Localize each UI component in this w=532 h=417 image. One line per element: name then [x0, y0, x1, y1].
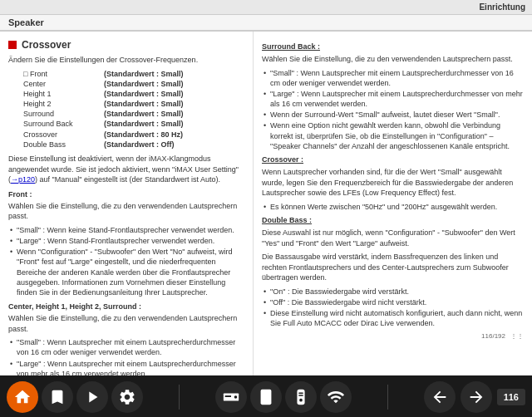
- table-row: Surround (Standardwert : Small): [8, 109, 244, 119]
- list-item: "Small" : Wenn Lautsprecher mit einem La…: [8, 337, 244, 357]
- setting-crossover-value: (Standardwert : 80 Hz): [104, 130, 183, 140]
- home-icon: [13, 388, 32, 406]
- right-column: Surround Back : Wählen Sie die Einstellu…: [254, 32, 532, 375]
- play-button[interactable]: [76, 381, 108, 413]
- bottom-nav-bar: 116: [0, 375, 532, 417]
- left-nav-icons: [7, 381, 143, 413]
- remote-icon: [292, 388, 310, 406]
- svg-point-7: [299, 399, 303, 402]
- crossover-right-desc: Wenn Lautsprecher vorhanden sind, für di…: [262, 167, 524, 199]
- setting-height2-label: Height 2: [8, 99, 104, 109]
- setting-doublebass-label: Double Bass: [8, 140, 104, 150]
- crossover-right-title: Crossover :: [262, 155, 524, 164]
- setting-front-value: (Standardwert : Small): [104, 69, 184, 79]
- receiver-icon: [222, 388, 240, 406]
- top-bar: Einrichtung: [0, 0, 532, 15]
- list-item: "Large" : Wenn Lautsprecher mit einem La…: [8, 359, 244, 375]
- list-item: Wenn eine Option nicht gewählt werden ka…: [262, 120, 524, 150]
- table-row: Height 1 (Standardwert : Small): [8, 89, 244, 99]
- list-item: "Large" : Wenn Stand-Frontlautsprecher v…: [8, 236, 244, 246]
- menu-icon: ⋮⋮: [510, 332, 524, 341]
- table-row: Surround Back (Standardwert : Small): [8, 119, 244, 129]
- svg-rect-6: [297, 390, 304, 405]
- imax-note: Diese Einstellung ist deaktiviert, wenn …: [8, 154, 244, 185]
- back-icon: [431, 388, 449, 406]
- setting-front-label: □ Front: [8, 69, 104, 79]
- table-row: Height 2 (Standardwert : Small): [8, 99, 244, 109]
- center-subheading: Center, Height 1, Height 2, Surround :: [8, 302, 244, 312]
- content-area: Crossover Ändern Sie die Einstellungen d…: [0, 32, 532, 375]
- red-square-icon: [8, 41, 17, 49]
- setting-doublebass-value: (Standardwert : Off): [104, 140, 175, 150]
- remote-button[interactable]: [285, 381, 317, 413]
- nav-divider: [179, 385, 180, 410]
- double-bass-title: Double Bass :: [262, 215, 524, 225]
- table-row: Center (Standardwert : Small): [8, 79, 244, 89]
- svg-point-1: [234, 395, 237, 399]
- double-bass-desc2: Die Bassausgabe wird verstärkt, indem Ba…: [262, 252, 524, 283]
- back-button[interactable]: [424, 381, 456, 413]
- left-column: Crossover Ändern Sie die Einstellungen d…: [0, 32, 254, 375]
- right-nav-icons: 116: [424, 381, 525, 413]
- svg-rect-8: [298, 393, 303, 394]
- speaker-icon: [257, 388, 275, 406]
- list-item: Es können Werte zwischen "50Hz" und "200…: [262, 202, 524, 212]
- settings-icon: [118, 388, 136, 406]
- wifi-button[interactable]: [320, 381, 352, 413]
- play-icon: [83, 388, 101, 406]
- list-item: "On" : Die Basswiedergabe wird verstärkt…: [262, 287, 524, 297]
- table-row: Crossover (Standardwert : 80 Hz): [8, 130, 244, 140]
- svg-point-5: [264, 392, 267, 395]
- front-subheading: Front :: [8, 189, 244, 199]
- crossover-description: Ändern Sie die Einstellungen der Crossov…: [8, 55, 244, 66]
- setting-center-label: Center: [8, 79, 104, 89]
- nav-divider2: [387, 385, 388, 410]
- setting-height1-label: Height 1: [8, 89, 104, 99]
- top-bar-title: Einrichtung: [479, 2, 525, 12]
- list-item: "Large" : Wenn Lautsprecher mit einem La…: [262, 89, 524, 109]
- center-nav-icons: [215, 381, 352, 413]
- forward-icon: [467, 388, 485, 406]
- page-number: 116: [497, 389, 525, 405]
- forward-button[interactable]: [461, 381, 492, 413]
- list-item: "Small" : Wenn keine Stand-Frontlautspre…: [8, 225, 244, 235]
- surround-back-title: Surround Back :: [262, 42, 524, 52]
- main-content: Crossover Ändern Sie die Einstellungen d…: [0, 32, 532, 375]
- home-button[interactable]: [7, 381, 38, 413]
- settings-table: □ Front (Standardwert : Small) Center (S…: [8, 69, 244, 150]
- table-row: Double Bass (Standardwert : Off): [8, 140, 244, 150]
- bookmark-button[interactable]: [42, 381, 73, 413]
- setting-crossover-label: Crossover: [8, 130, 104, 140]
- svg-rect-9: [298, 395, 303, 395]
- settings-button[interactable]: [111, 381, 143, 413]
- setting-surround-label: Surround: [8, 109, 104, 119]
- setting-surroundback-label: Surround Back: [8, 119, 104, 129]
- setting-surroundback-value: (Standardwert : Small): [104, 119, 184, 129]
- list-item: Wenn "Configuration" - "Subwoofer" den W…: [8, 247, 244, 297]
- svg-rect-2: [224, 395, 230, 397]
- speaker-setup-button[interactable]: [250, 381, 282, 413]
- wifi-icon: [327, 388, 345, 406]
- setting-surround-value: (Standardwert : Small): [104, 109, 184, 119]
- speaker-label: Speaker: [8, 17, 44, 27]
- list-item: "Small" : Wenn Lautsprecher mit einem La…: [262, 68, 524, 88]
- double-bass-desc1: Diese Auswahl ist nur möglich, wenn "Con…: [262, 228, 524, 248]
- page-indicator: 116/192: [481, 332, 505, 341]
- setting-height2-value: (Standardwert : Small): [104, 99, 184, 109]
- surround-back-desc: Wählen Sie die Einstellung, die zu den v…: [262, 54, 524, 65]
- setting-height1-value: (Standardwert : Small): [104, 89, 184, 99]
- table-row: □ Front (Standardwert : Small): [8, 69, 244, 79]
- center-desc: Wählen Sie die Einstellung, die zu den v…: [8, 313, 244, 334]
- setting-center-value: (Standardwert : Small): [104, 79, 184, 89]
- list-item: Wenn der Surround-Wert "Small" aufweist,…: [262, 110, 524, 120]
- speaker-section-header: Speaker: [0, 15, 532, 32]
- list-item: "Off" : Die Basswiedergabe wird nicht ve…: [262, 297, 524, 307]
- front-desc: Wählen Sie die Einstellung, die zu den v…: [8, 201, 244, 222]
- crossover-title: Crossover: [8, 38, 244, 52]
- bookmark-icon: [48, 388, 66, 406]
- av-receiver-button[interactable]: [215, 381, 247, 413]
- svg-point-4: [264, 397, 268, 402]
- list-item: Diese Einstellung wird nicht automatisch…: [262, 308, 524, 328]
